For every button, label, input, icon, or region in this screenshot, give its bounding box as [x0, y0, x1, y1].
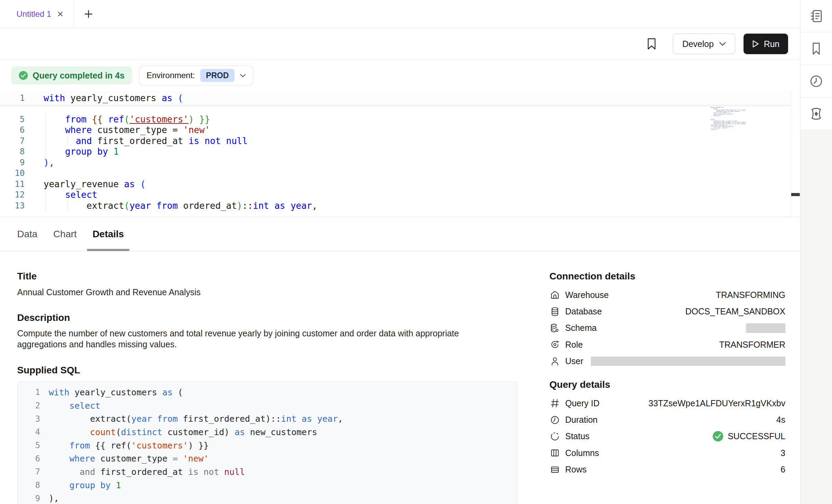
right-sidebar	[800, 0, 832, 504]
supplied-sql-heading: Supplied SQL	[17, 365, 518, 376]
code-line[interactable]: 13 extract(year from ordered_at)::int as…	[0, 200, 791, 211]
details-panel: Title Annual Customer Growth and Revenue…	[0, 251, 800, 504]
code-line[interactable]: 6 where customer_type = 'new'	[0, 125, 791, 136]
detail-label: Role	[565, 340, 583, 350]
query-details-heading: Query details	[549, 379, 785, 390]
detail-value	[746, 323, 785, 333]
code-text: from {{ ref('customers') }}	[44, 114, 210, 124]
detail-value: 6	[781, 465, 785, 475]
new-tab-button[interactable]	[74, 0, 103, 28]
chevron-down-icon	[240, 74, 246, 77]
main-area: Untitled 1 Develop Run	[0, 0, 800, 504]
code-line[interactable]: 8 group by 1	[17, 479, 517, 492]
editor-lines[interactable]: 5 from {{ ref('customers') }}6 where cus…	[0, 114, 791, 211]
model-ref-link[interactable]: 'customers'	[130, 114, 189, 124]
detail-label: Schema	[565, 323, 597, 333]
indent-guide	[46, 146, 46, 157]
sql-editor[interactable]: 5 from {{ ref('customers') }}6 where cus…	[0, 91, 800, 217]
detail-row-status: StatusSUCCESSFUL	[549, 428, 785, 445]
status-message: Query completed in 4s	[33, 71, 124, 81]
run-button[interactable]: Run	[744, 34, 788, 54]
editor-scrollbar[interactable]	[791, 91, 800, 217]
sidebar-button-history[interactable]	[800, 65, 832, 98]
bookmark-button[interactable]	[647, 38, 656, 50]
run-label: Run	[764, 39, 780, 49]
detail-value: 3	[781, 448, 785, 458]
code-text: ),	[49, 493, 59, 503]
code-line[interactable]: 5 from {{ ref('customers') }}	[17, 439, 517, 452]
description-value: Compute the number of new customers and …	[17, 328, 478, 350]
line-number: 8	[0, 147, 25, 156]
detail-row-database: DatabaseDOCS_TEAM_SANDBOX	[549, 303, 785, 320]
detail-value: TRANSFORMING	[716, 290, 785, 300]
tab-chart[interactable]: Chart	[48, 217, 82, 251]
code-line[interactable]: 1with yearly_customers as (	[0, 93, 183, 104]
code-line[interactable]: 5 from {{ ref('customers') }}	[0, 114, 791, 125]
indent-guide	[68, 135, 68, 146]
code-line[interactable]: 7 and first_ordered_at is not null	[0, 135, 791, 146]
tab-details[interactable]: Details	[87, 217, 130, 251]
columns-icon	[549, 448, 560, 458]
check-circle-icon	[712, 431, 724, 442]
bookmark-icon	[809, 41, 824, 56]
environment-dropdown[interactable]: Environment: PROD	[139, 65, 253, 85]
detail-value: 33TZseWpe1ALFDUYerxR1gVKxbv	[649, 398, 785, 408]
status-row: Query completed in 4s Environment: PROD	[0, 60, 800, 91]
title-value: Annual Customer Growth and Revenue Analy…	[17, 287, 518, 297]
code-line[interactable]: 6 where customer_type = 'new'	[17, 452, 517, 465]
code-text: group by 1	[49, 480, 121, 490]
detail-row-query-id: Query ID33TZseWpe1ALFDUYerxR1gVKxbv	[549, 395, 785, 411]
history-icon	[809, 74, 824, 89]
details-right-pane: Connection details WarehouseTRANSFORMING…	[549, 271, 785, 478]
sidebar-button-notebook[interactable]	[800, 0, 832, 33]
line-number: 2	[17, 401, 40, 410]
tab-label: Untitled 1	[16, 9, 51, 19]
code-line[interactable]: 7 and first_ordered_at is not null	[17, 465, 517, 479]
connection-rows: WarehouseTRANSFORMINGDatabaseDOCS_TEAM_S…	[549, 287, 785, 370]
copilot-icon	[809, 106, 824, 121]
code-line[interactable]: 8 group by 1	[0, 146, 791, 157]
code-line[interactable]: 9),	[17, 492, 517, 504]
indent-guide	[68, 200, 68, 211]
sidebar-button-copilot[interactable]	[800, 98, 832, 130]
details-left-pane: Title Annual Customer Growth and Revenue…	[17, 271, 518, 504]
code-text: with yearly_customers as (	[49, 387, 183, 397]
tab-untitled-1[interactable]: Untitled 1	[0, 0, 74, 28]
redacted-value	[591, 357, 785, 366]
develop-dropdown[interactable]: Develop	[673, 34, 735, 54]
line-number: 6	[17, 454, 40, 464]
code-text: extract(year from ordered_at)::int as ye…	[44, 201, 317, 211]
indent-guide	[46, 125, 46, 136]
code-line[interactable]: 2 select	[17, 399, 517, 412]
detail-value: DOCS_TEAM_SANDBOX	[685, 307, 785, 316]
code-line[interactable]: 1with yearly_customers as (	[17, 386, 517, 399]
app-window: Untitled 1 Develop Run	[0, 0, 832, 504]
sidebar-button-bookmark[interactable]	[800, 33, 832, 65]
detail-row-warehouse: WarehouseTRANSFORMING	[549, 287, 785, 303]
close-tab-icon[interactable]	[57, 10, 64, 18]
plus-icon	[83, 9, 94, 19]
line-number: 13	[0, 201, 25, 211]
code-line[interactable]: 12 select	[0, 190, 791, 201]
code-text: from {{ ref('customers') }}	[49, 441, 209, 451]
editor-sticky-line[interactable]: 1with yearly_customers as (	[0, 91, 791, 105]
code-text: ),	[44, 157, 54, 168]
line-number: 9	[0, 158, 25, 167]
result-tab-bar: DataChartDetails	[0, 217, 800, 251]
line-number: 9	[17, 494, 40, 503]
code-line[interactable]: 3 extract(year from first_ordered_at)::i…	[17, 412, 517, 425]
clock-icon	[549, 415, 560, 425]
code-line[interactable]: 10	[0, 168, 791, 179]
detail-value: 4s	[776, 415, 785, 425]
detail-value: TRANSFORMER	[719, 340, 785, 350]
code-line[interactable]: 9),	[0, 157, 791, 168]
tab-data[interactable]: Data	[12, 217, 43, 251]
detail-label: Status	[565, 431, 590, 441]
code-line[interactable]: 11yearly_revenue as (	[0, 179, 791, 190]
database-icon	[549, 307, 560, 317]
detail-label: Columns	[565, 448, 599, 458]
code-line[interactable]: 4 count(distinct customer_id) as new_cus…	[17, 425, 517, 439]
scrollbar-thumb[interactable]	[791, 193, 800, 196]
bookmark-icon	[647, 38, 656, 50]
indent-guide	[46, 114, 46, 125]
